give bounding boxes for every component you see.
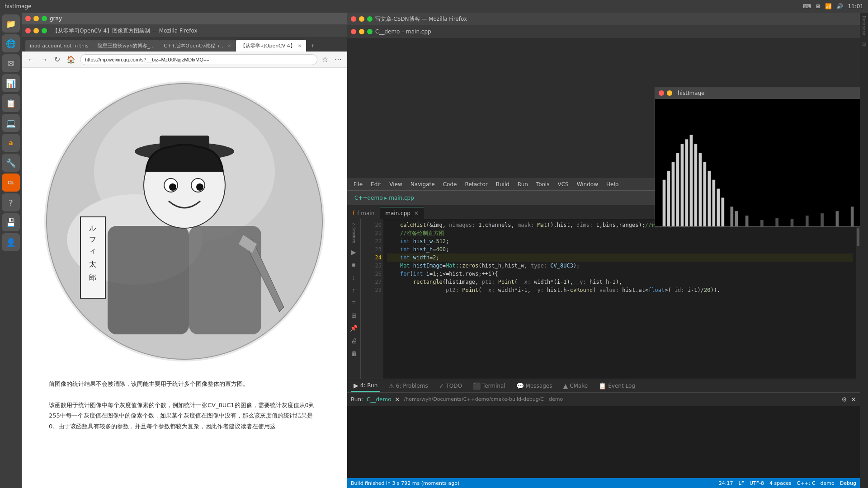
run-settings-btn[interactable]: ⚙ (841, 396, 847, 403)
menu-navigate[interactable]: Navigate (407, 180, 439, 188)
list-btn[interactable]: ≡ (349, 297, 359, 308)
menu-build[interactable]: Build (492, 180, 513, 188)
menu-run[interactable]: Run (514, 180, 532, 188)
down-btn[interactable]: ↓ (349, 272, 359, 283)
svg-rect-28 (703, 162, 707, 226)
line-num-27: 27 (361, 278, 382, 286)
svg-rect-41 (836, 211, 839, 226)
bookmark-btn[interactable]: ☆ (320, 54, 330, 65)
status-encoding: UTF-8 (750, 480, 764, 486)
tab-opencv[interactable]: 【从零学习OpenCV 4】 ✕ (236, 40, 306, 52)
code-content[interactable]: calcHist(&img, nimages: 1,channels, mask… (383, 219, 856, 379)
messages-tab-icon: 💬 (516, 382, 524, 389)
bottom-tab-run[interactable]: ▶ 4: Run (351, 380, 380, 392)
menu-file[interactable]: File (350, 180, 366, 188)
forward-button[interactable]: → (39, 55, 50, 65)
tab-new[interactable]: + (306, 40, 319, 52)
menu-view[interactable]: View (386, 180, 406, 188)
tab-maincpp-close[interactable]: ✕ (414, 210, 419, 216)
print-btn[interactable]: 🖨 (349, 335, 359, 346)
tab-cpp-close[interactable]: ✕ (227, 43, 231, 48)
tab-opencv-close[interactable]: ✕ (298, 43, 302, 48)
panel-label-database[interactable]: Database (861, 14, 867, 37)
pin-btn[interactable]: 📌 (349, 323, 359, 333)
scroll-thumb[interactable] (857, 228, 859, 246)
grid-btn[interactable]: ⊞ (349, 310, 359, 321)
ide-bottom-panel: ▶ 4: Run ⚠ 6: Problems ✓ TODO (347, 379, 860, 478)
sidebar-icon-question[interactable]: ? (2, 193, 20, 211)
sidebar-icon-user[interactable]: 👤 (2, 233, 20, 251)
func-icon: f (353, 210, 354, 216)
delete-btn[interactable]: 🗑 (349, 348, 359, 359)
menu-tools[interactable]: Tools (533, 180, 553, 188)
code-line-24: int width=2; (387, 253, 853, 262)
sidebar-icon-files[interactable]: 📁 (2, 14, 20, 33)
bottom-tab-todo[interactable]: ✓ TODO (436, 380, 465, 391)
browser-min-btn[interactable] (33, 28, 39, 33)
clion-min-btn[interactable] (359, 29, 364, 34)
bottom-tab-terminal[interactable]: ⬛ Terminal (470, 380, 508, 391)
scroll-indicator[interactable] (856, 219, 860, 379)
svg-point-10 (169, 183, 176, 191)
tab-main-cpp[interactable]: main.cpp ✕ (380, 207, 424, 219)
svg-rect-42 (851, 206, 854, 226)
stop-sidebar-btn[interactable]: ■ (349, 259, 359, 270)
sidebar-icon-email[interactable]: ✉ (2, 54, 20, 72)
up-btn[interactable]: ↑ (349, 285, 359, 296)
windows-row: gray 【从零学习OpenCV 4】图像直方图绘制 — Mozilla Fir… (22, 13, 868, 488)
menu-code[interactable]: Code (439, 180, 461, 188)
ide-firefox-close[interactable] (351, 16, 356, 22)
more-btn[interactable]: ⋯ (333, 54, 344, 65)
gray-close-btn[interactable] (25, 16, 31, 21)
ide-firefox-max[interactable] (367, 16, 373, 22)
clion-max-btn[interactable] (367, 29, 373, 34)
reload-button[interactable]: ↻ (52, 54, 62, 65)
sidebar-icon-presentation[interactable]: 📋 (2, 94, 20, 112)
run-output[interactable] (347, 406, 860, 478)
home-button[interactable]: 🏠 (65, 54, 77, 65)
bottom-tab-messages[interactable]: 💬 Messages (514, 380, 555, 391)
bottom-tab-eventlog[interactable]: 📋 Event Log (596, 380, 638, 391)
tab-main-func[interactable]: f f main (347, 207, 380, 219)
sidebar-icon-browser[interactable]: 🌐 (2, 34, 20, 52)
browser-max-btn[interactable] (42, 28, 47, 33)
menu-edit[interactable]: Edit (367, 180, 385, 188)
gray-min-btn[interactable] (33, 16, 39, 21)
sidebar-icon-amazon[interactable]: a (2, 134, 20, 152)
run-expand-btn[interactable]: ✕ (851, 396, 856, 403)
z-structure-btn[interactable]: Z-Structure (351, 221, 357, 245)
tab-blog[interactable]: 隐壁王校长wyh的博客_... (93, 40, 159, 52)
sidebar-icon-code[interactable]: 💻 (2, 114, 20, 132)
run-close-btn[interactable]: ✕ (395, 396, 400, 403)
sidebar-icon-storage[interactable]: 💾 (2, 213, 20, 231)
run-sidebar-btn[interactable]: ▶ (349, 247, 359, 258)
tab-ipad[interactable]: ipad account not in this (25, 40, 93, 52)
new-tab-icon: + (311, 43, 315, 49)
ide-main-title: C__demo – main.cpp (375, 28, 431, 35)
code-line-28: pt2: Point( _x: width*i-1, _y: hist.h-cv… (387, 286, 853, 294)
hist-close-btn[interactable] (659, 90, 664, 96)
menu-refactor[interactable]: Refactor (461, 180, 491, 188)
browser-close-btn[interactable] (25, 28, 31, 33)
bottom-tab-problems[interactable]: ⚠ 6: Problems (386, 380, 430, 391)
content-area: gray 【从零学习OpenCV 4】图像直方图绘制 — Mozilla Fir… (22, 13, 868, 488)
panel-label-export[interactable]: 导出 (861, 38, 868, 40)
clion-close-btn[interactable] (351, 29, 356, 34)
browser-content[interactable]: ル フ ィ 太 郎 前图像的统计结果不会被清 (22, 68, 347, 488)
sidebar-icon-clion[interactable]: CL (2, 174, 20, 192)
line-num-26: 26 (361, 270, 382, 278)
back-button[interactable]: ← (25, 55, 36, 65)
ide-firefox-min[interactable] (359, 16, 364, 22)
svg-rect-40 (821, 213, 824, 226)
menu-help[interactable]: Help (603, 180, 622, 188)
hist-min-btn[interactable] (667, 90, 672, 96)
gray-max-btn[interactable] (42, 16, 47, 21)
tab-cpp[interactable]: C++版本OpenCv教程（... ✕ (159, 40, 236, 52)
sidebar-icon-spreadsheet[interactable]: 📊 (2, 74, 20, 92)
menu-vcs[interactable]: VCS (554, 180, 572, 188)
browser-titlebar: 【从零学习OpenCV 4】图像直方图绘制 — Mozilla Firefox (22, 24, 347, 37)
sidebar-icon-tools[interactable]: 🔧 (2, 154, 20, 172)
menu-window[interactable]: Window (573, 180, 602, 188)
address-bar[interactable] (80, 54, 317, 65)
bottom-tab-cmake[interactable]: ▲ CMake (560, 380, 590, 391)
